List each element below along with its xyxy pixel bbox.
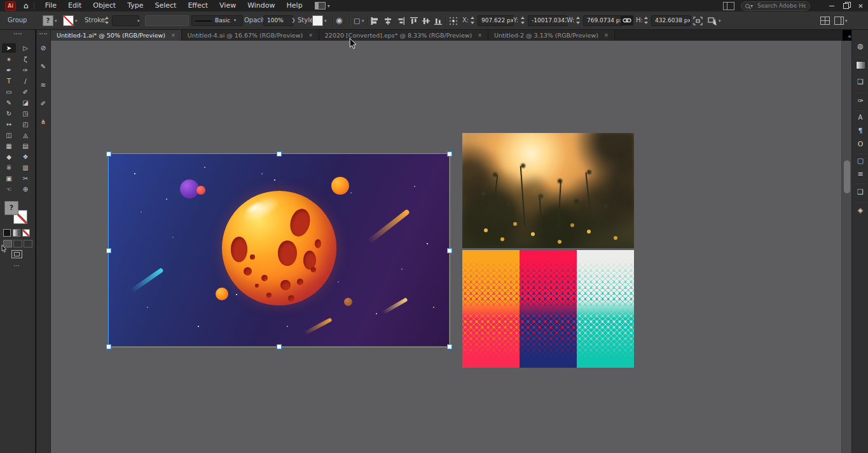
menu-object[interactable]: Object xyxy=(87,0,121,11)
vertical-scrollbar[interactable] xyxy=(841,41,852,453)
toggle-panels-icon[interactable] xyxy=(834,17,844,25)
pathfinder-panel-icon[interactable]: ❑ xyxy=(854,186,867,198)
tab-close-icon[interactable]: × xyxy=(171,32,176,38)
menu-type[interactable]: Type xyxy=(121,0,149,11)
menu-select[interactable]: Select xyxy=(149,0,182,11)
w-stepper[interactable] xyxy=(576,17,581,24)
tab-close-icon[interactable]: × xyxy=(604,32,609,38)
type-tool[interactable]: T xyxy=(2,76,16,86)
opacity-panel-arrow-icon[interactable]: ❯ xyxy=(291,17,296,23)
fill-swatch[interactable]: ? xyxy=(43,15,53,26)
scale-tool[interactable]: ◳ xyxy=(18,109,32,118)
menu-edit[interactable]: Edit xyxy=(62,0,87,11)
brush-tool-alt[interactable]: ✐ xyxy=(36,99,50,108)
line-segment-tool[interactable]: ∕ xyxy=(18,76,32,86)
x-field[interactable]: 907.622 px xyxy=(478,15,514,26)
recolor-artwork-icon[interactable]: ◉ xyxy=(336,16,342,25)
color-mode-button[interactable] xyxy=(3,229,11,237)
screen-mode-button[interactable] xyxy=(11,250,22,258)
selection-tool[interactable]: ➤ xyxy=(2,43,16,53)
shaper-tool[interactable]: ⊘ xyxy=(36,43,50,53)
h-field[interactable]: 432.6038 px xyxy=(651,15,691,26)
edit-toolbar-ellipsis[interactable]: ⋯ xyxy=(10,261,24,270)
hatch-brush-tool[interactable]: ≋ xyxy=(36,80,50,90)
mesh-tool[interactable]: ▦ xyxy=(2,141,16,151)
toolbar-grip[interactable] xyxy=(14,33,22,36)
artboard-tool[interactable]: ▣ xyxy=(2,174,16,183)
menu-help[interactable]: Help xyxy=(281,0,308,11)
chevron-down-icon[interactable]: ▾ xyxy=(324,18,327,24)
menu-file[interactable]: File xyxy=(39,0,62,11)
free-transform-tool[interactable]: ◰ xyxy=(18,120,32,129)
fill-color-indicator[interactable]: ? xyxy=(4,201,18,215)
tab-untitled-2[interactable]: Untitled-2 @ 3.13% (RGB/Preview) × xyxy=(488,29,615,41)
eraser-tool[interactable]: ◪ xyxy=(18,98,32,108)
h-stepper[interactable] xyxy=(644,17,649,24)
color-panel-icon[interactable]: ◍ xyxy=(854,41,867,52)
menu-window[interactable]: Window xyxy=(242,0,280,11)
lasso-tool[interactable]: ζ xyxy=(18,55,32,64)
app-logo-icon[interactable]: Ai xyxy=(5,1,16,11)
stroke-style-dropdown[interactable]: Basic ▾ xyxy=(191,15,243,26)
align-left-icon[interactable] xyxy=(371,17,380,25)
join-tool[interactable]: ⋔ xyxy=(36,117,50,127)
width-tool[interactable]: ↔ xyxy=(2,120,16,129)
direct-selection-tool[interactable]: ▷ xyxy=(18,43,32,53)
x-stepper[interactable] xyxy=(471,17,475,24)
align-right-icon[interactable] xyxy=(396,17,405,25)
stroke-weight-field[interactable] xyxy=(112,15,139,26)
graphic-style-swatch[interactable] xyxy=(312,15,323,26)
arrange-documents-grid-icon[interactable] xyxy=(820,17,830,25)
paintbrush-tool[interactable]: ✐ xyxy=(18,87,32,97)
halftone-pattern-image[interactable] xyxy=(462,250,634,368)
arrange-documents-icon[interactable] xyxy=(723,2,734,10)
slice-tool[interactable]: ✂ xyxy=(18,174,32,183)
rectangle-tool[interactable]: ▭ xyxy=(2,87,16,97)
align-center-vertical-icon[interactable] xyxy=(422,17,431,25)
select-similar-objects-icon[interactable] xyxy=(707,17,717,25)
tab-close-icon[interactable]: × xyxy=(308,32,313,38)
hand-tool[interactable]: ☜ xyxy=(2,185,16,194)
menu-view[interactable]: View xyxy=(214,0,242,11)
tab-untitled-1[interactable]: Untitled-1.ai* @ 50% (RGB/Preview) × xyxy=(51,29,182,41)
zoom-tool[interactable]: ⊕ xyxy=(18,185,32,194)
tab-close-icon[interactable]: × xyxy=(478,32,482,38)
y-field[interactable]: -10017.0343 xyxy=(528,15,567,26)
column-graph-tool[interactable]: ▥ xyxy=(18,163,32,172)
tab-22020-converted[interactable]: 22020 [Converted].eps* @ 8.33% (RGB/Prev… xyxy=(319,29,488,41)
align-center-horizontal-icon[interactable] xyxy=(383,17,392,25)
brushes-panel-icon[interactable]: ✑ xyxy=(854,95,867,107)
blend-tool[interactable]: ❖ xyxy=(18,152,32,162)
rotate-tool[interactable]: ↻ xyxy=(2,109,16,118)
tab-untitled-4[interactable]: Untitled-4.ai @ 16.67% (RGB/Preview) × xyxy=(182,29,319,41)
gradient-mode-button[interactable] xyxy=(13,229,20,237)
menu-effect[interactable]: Effect xyxy=(182,0,214,11)
align-bottom-icon[interactable] xyxy=(434,17,443,25)
home-icon[interactable]: ⌂ xyxy=(24,0,29,11)
gradient-tool[interactable]: ▤ xyxy=(18,141,32,151)
minimize-button[interactable] xyxy=(824,0,839,11)
opacity-field[interactable]: 100% xyxy=(263,15,293,26)
opentype-panel-icon[interactable]: O xyxy=(854,139,867,150)
shape-properties-icon[interactable]: ▢ xyxy=(354,17,360,25)
layers-panel-icon[interactable]: ◈ xyxy=(854,205,867,216)
chevron-down-icon[interactable]: ▾ xyxy=(845,18,848,24)
align-panel-icon[interactable]: ≡ xyxy=(854,169,867,180)
gradient-panel-icon[interactable] xyxy=(856,61,866,69)
restore-button[interactable] xyxy=(839,0,853,11)
close-button[interactable]: ✕ xyxy=(853,0,868,11)
y-stepper[interactable] xyxy=(521,17,525,24)
symbol-sprayer-tool[interactable]: ※ xyxy=(2,163,16,172)
eyedropper-tool[interactable]: ◆ xyxy=(2,152,16,162)
pen-tool[interactable]: ✒ xyxy=(2,66,16,75)
chevron-down-icon[interactable]: ▾ xyxy=(75,18,78,24)
chevron-down-icon[interactable]: ▾ xyxy=(719,18,721,24)
none-mode-button[interactable] xyxy=(22,229,30,237)
stroke-swatch[interactable] xyxy=(63,15,74,26)
align-top-icon[interactable] xyxy=(410,17,418,25)
sunset-flower-photo[interactable] xyxy=(462,133,634,248)
scrollbar-thumb[interactable] xyxy=(844,160,850,193)
reference-point-locator-icon[interactable] xyxy=(449,17,458,25)
chevron-down-icon[interactable]: ▾ xyxy=(55,18,57,24)
space-illustration-artwork[interactable] xyxy=(109,154,449,346)
